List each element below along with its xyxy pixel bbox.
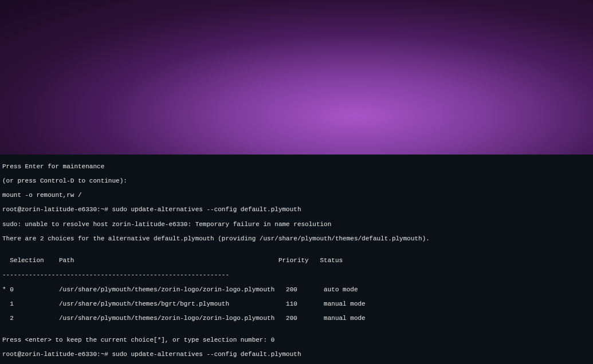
terminal-line: Press <enter> to keep the current choice… [2,337,591,344]
terminal-line: Press Enter for maintenance [2,163,591,171]
table-row: 2 /usr/share/plymouth/themes/zorin-logo/… [2,315,591,322]
terminal-line: mount -o remount,rw / [2,192,591,199]
terminal-output[interactable]: Press Enter for maintenance (or press Co… [0,155,593,364]
table-header: Selection Path Priority Status [2,257,591,264]
terminal-prompt-line: root@zorin-latitude-e6330:~# sudo update… [2,351,591,358]
terminal-line: There are 2 choices for the alternative … [2,235,591,243]
terminal-prompt-line: root@zorin-latitude-e6330:~# sudo update… [2,206,591,213]
terminal-line: (or press Control-D to continue): [2,177,591,185]
table-row: 1 /usr/share/plymouth/themes/bgrt/bgrt.p… [2,300,591,308]
table-separator: ----------------------------------------… [2,271,591,279]
terminal-line: sudo: unable to resolve host zorin-latit… [2,221,591,228]
table-row: * 0 /usr/share/plymouth/themes/zorin-log… [2,286,591,294]
desktop-background [0,0,593,155]
